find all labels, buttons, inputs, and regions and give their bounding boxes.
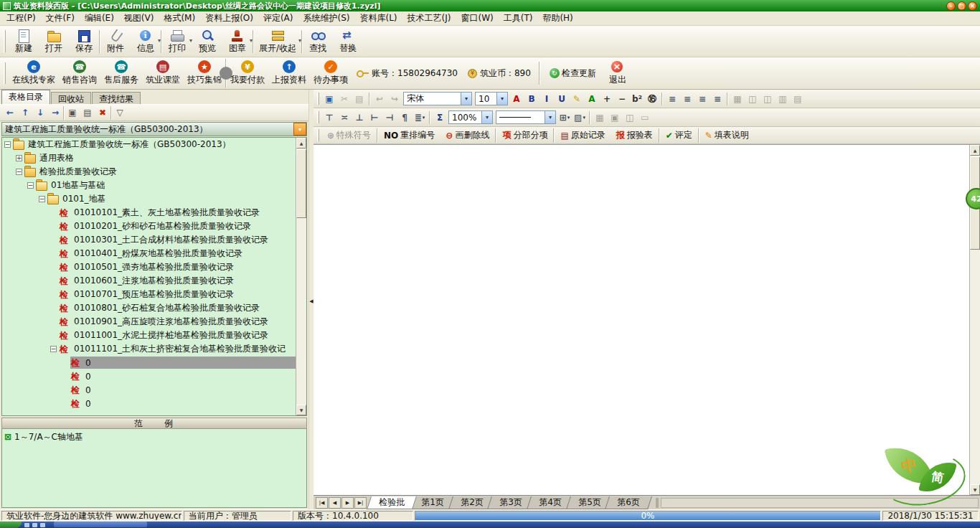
last-page-button[interactable]: ▶|: [354, 497, 367, 509]
minimize-button[interactable]: [946, 1, 956, 11]
font-color-button[interactable]: A: [509, 92, 524, 105]
zoom-combo[interactable]: 100%: [448, 110, 493, 124]
scrollbar-thumb[interactable]: [296, 149, 306, 218]
tree-item[interactable]: 0: [2, 356, 296, 369]
cut-button[interactable]: ✂: [337, 92, 352, 105]
toolbar-grip[interactable]: [317, 93, 319, 105]
special-button[interactable]: [377, 128, 378, 143]
menu-item[interactable]: 视图(V): [119, 11, 159, 25]
bold-button[interactable]: B: [524, 92, 539, 105]
sales-consult-button[interactable]: ☎ 销售咨询: [59, 59, 100, 88]
menu-item[interactable]: 文件(F): [41, 11, 80, 25]
online-expert-button[interactable]: e 在线找专家: [9, 59, 59, 88]
preview-button[interactable]: 预览: [192, 27, 222, 56]
prev-page-button[interactable]: ◀: [329, 497, 341, 509]
fill-color-button[interactable]: ▨: [573, 110, 587, 124]
tree-item[interactable]: 01011001_水泥土搅拌桩地基检验批质量验收记录: [2, 329, 296, 342]
menu-item[interactable]: 窗口(W): [456, 11, 498, 25]
redo-button[interactable]: ↪: [387, 92, 402, 105]
align-justify-button[interactable]: ≡: [710, 92, 725, 105]
tab-splitter[interactable]: [656, 498, 659, 508]
print-button[interactable]: 打印: [162, 27, 192, 56]
insert-col-button[interactable]: ▤: [791, 92, 805, 105]
scroll-down-button[interactable]: [296, 405, 306, 415]
menu-item[interactable]: 资料上报(O): [200, 11, 258, 25]
tree-expander[interactable]: [16, 169, 22, 175]
special-symbol-button[interactable]: ⊕ 特殊符号: [322, 128, 376, 143]
menu-item[interactable]: 技术工艺(J): [402, 11, 456, 25]
merge-cells-button[interactable]: ◫: [745, 92, 760, 105]
highlight-button[interactable]: ✎: [570, 92, 584, 105]
shrink-font-button[interactable]: −: [615, 92, 629, 105]
font-family-combo[interactable]: 宋体: [403, 92, 472, 105]
text-direction-button[interactable]: ¶: [397, 110, 412, 124]
special-button[interactable]: [659, 128, 660, 143]
superscript-button[interactable]: b²: [630, 92, 644, 105]
tree-item[interactable]: 01010201_砂和砂石地基检验批质量验收记录: [2, 220, 296, 233]
grow-font-button[interactable]: +: [600, 92, 614, 105]
menu-item[interactable]: 工具(T): [499, 11, 538, 25]
catalog-combo[interactable]: 建筑工程施工质量验收统一标准（GB50300-2013）: [1, 122, 307, 136]
align-center-button[interactable]: ≡: [680, 92, 694, 105]
find-button[interactable]: 查找: [303, 27, 333, 56]
tree-item[interactable]: 建筑工程施工质量验收统一标准（GB50300-2013）: [2, 138, 296, 151]
tree-item[interactable]: 检验批质量验收记录: [2, 165, 296, 179]
line-spacing-button[interactable]: ≣: [413, 110, 427, 124]
align-h-right-button[interactable]: ⊣: [382, 110, 397, 124]
quicklaunch-icon[interactable]: [32, 523, 37, 527]
tree-expander[interactable]: [39, 196, 45, 202]
strikeline-button[interactable]: ⊖ 画删除线: [440, 128, 494, 143]
tree-item[interactable]: 0101_地基: [2, 192, 296, 206]
toolbar-grip[interactable]: [4, 30, 6, 52]
taskbar-window-button[interactable]: [54, 522, 147, 527]
sub-item-button[interactable]: 项 分部分项: [497, 128, 552, 143]
catalog-combo-dropdown-button[interactable]: [293, 123, 306, 136]
align-right-button[interactable]: ≡: [695, 92, 710, 105]
open-button[interactable]: 打开: [39, 27, 69, 56]
tree-item[interactable]: 01010401_粉煤灰地基检验批质量验收记录: [2, 247, 296, 260]
menu-item[interactable]: 帮助(H): [537, 11, 578, 25]
filter-button[interactable]: ▽: [113, 106, 127, 120]
menu-item[interactable]: 格式(M): [159, 11, 200, 25]
font-size-dropdown-button[interactable]: [496, 93, 507, 105]
tree-item[interactable]: 0: [2, 369, 296, 383]
tree-item[interactable]: 0: [2, 397, 296, 410]
classroom-button[interactable]: ▤ 筑业课堂: [142, 59, 184, 88]
table-borders-button[interactable]: ▦: [730, 92, 745, 105]
tree-toolbar-button[interactable]: [63, 106, 65, 120]
menu-item[interactable]: 工程(P): [1, 11, 41, 25]
nav-up-button[interactable]: ↑: [18, 106, 32, 120]
paste-form-button[interactable]: ▤: [80, 106, 95, 120]
original-record-button[interactable]: ▤ 原始记录: [555, 128, 610, 143]
image-button[interactable]: ▣: [608, 110, 622, 124]
tree-expander[interactable]: [50, 346, 57, 352]
tree-toolbar-button[interactable]: [110, 106, 112, 120]
tree-expander[interactable]: [16, 155, 22, 161]
italic-button[interactable]: I: [540, 92, 554, 105]
insert-row-button[interactable]: ▥: [776, 92, 790, 105]
quicklaunch-icon[interactable]: [24, 523, 29, 527]
scrollbar-track[interactable]: [296, 219, 306, 405]
tree-item[interactable]: 01010801_砂石桩复合地基检验批质量验收记录: [2, 301, 296, 315]
line-style-dropdown-button[interactable]: [545, 111, 555, 123]
tab-inspection-batch[interactable]: 检验批: [367, 496, 417, 509]
scroll-up-button[interactable]: [296, 138, 306, 148]
copy-button[interactable]: ▣: [322, 92, 336, 105]
tree-item[interactable]: 01010501_强夯地基检验批质量验收记录: [2, 260, 296, 274]
undo-button[interactable]: ↩: [372, 92, 387, 105]
special-button[interactable]: [495, 128, 496, 143]
valign-bottom-button[interactable]: ⊥: [352, 110, 367, 124]
line-style-combo[interactable]: [496, 110, 556, 124]
tab-recycle-bin[interactable]: 回收站: [51, 92, 91, 104]
replace-button[interactable]: 替换: [333, 27, 363, 56]
first-page-button[interactable]: |◀: [316, 497, 328, 509]
tree-item[interactable]: 01地基与基础: [2, 179, 296, 192]
toolbar-grip[interactable]: [317, 111, 319, 124]
report-form-button[interactable]: 报 报验表: [611, 128, 658, 143]
special-button[interactable]: [553, 128, 555, 143]
tree-item[interactable]: 01010701_预压地基检验批质量验收记录: [2, 288, 296, 301]
scrollbar-track[interactable]: [970, 250, 980, 484]
tree-item[interactable]: 通用表格: [2, 151, 296, 165]
split-cells-button[interactable]: ◫: [760, 92, 775, 105]
align-h-left-button[interactable]: ⊢: [367, 110, 382, 124]
